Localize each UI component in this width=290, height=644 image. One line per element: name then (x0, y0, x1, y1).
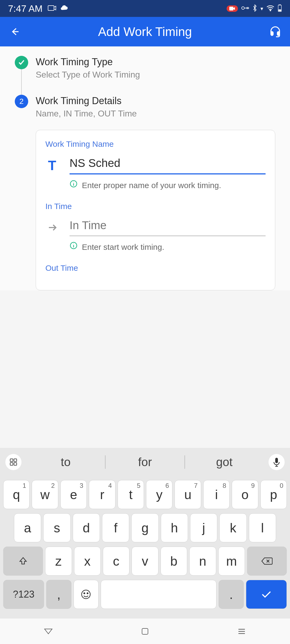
emoji-key[interactable] (74, 580, 99, 609)
key-k[interactable]: k (219, 513, 247, 542)
backspace-key[interactable] (247, 547, 287, 576)
step-2-title: Work Timing Details (36, 95, 137, 107)
support-button[interactable] (269, 25, 282, 38)
step-1[interactable]: Work Timing Type Select Type of Work Tim… (15, 56, 275, 95)
keyboard: to for got q1w2e3r4t5y6u7i8o9p0 asdfghjk… (0, 448, 290, 644)
svg-point-14 (82, 590, 90, 599)
suggestion-2[interactable]: for (106, 455, 184, 469)
key-r[interactable]: r4 (89, 480, 115, 509)
status-time: 7:47 AM (8, 3, 42, 14)
key-f[interactable]: f (102, 513, 129, 542)
status-bar: 7:47 AM ▾ (0, 0, 290, 17)
form-card: Work Timing Name T Enter proper name of … (36, 130, 275, 290)
key-u[interactable]: u7 (175, 480, 201, 509)
svg-rect-9 (10, 459, 13, 462)
key-z[interactable]: z (45, 547, 72, 576)
key-s[interactable]: s (43, 513, 70, 542)
key-d[interactable]: d (73, 513, 100, 542)
step-1-subtitle: Select Type of Work Timing (36, 70, 140, 80)
svg-point-16 (87, 593, 88, 594)
outtime-label: Out Time (45, 264, 266, 273)
vpn-icon (241, 6, 249, 12)
key-h[interactable]: h (161, 513, 188, 542)
camera-icon (48, 5, 56, 12)
svg-point-2 (242, 7, 244, 9)
suggestion-3[interactable]: got (185, 455, 264, 469)
step-1-title: Work Timing Type (36, 56, 140, 68)
comma-key[interactable]: , (46, 580, 71, 609)
key-i[interactable]: i8 (203, 480, 230, 509)
name-input[interactable] (70, 157, 266, 174)
name-label: Work Timing Name (45, 140, 266, 149)
suggestion-1[interactable]: to (26, 455, 105, 469)
keyboard-apps-button[interactable] (5, 454, 21, 470)
key-p[interactable]: p0 (260, 480, 287, 509)
svg-rect-0 (48, 6, 54, 10)
shift-key[interactable] (3, 547, 43, 576)
arrow-right-icon (45, 222, 59, 233)
step-connector (21, 69, 22, 95)
svg-rect-1 (229, 7, 233, 10)
app-bar: Add Work Timing (0, 17, 290, 46)
key-t[interactable]: t5 (118, 480, 144, 509)
space-key[interactable] (101, 580, 217, 609)
svg-point-15 (84, 593, 85, 594)
text-icon: T (45, 158, 59, 173)
key-n[interactable]: n (189, 547, 216, 576)
key-m[interactable]: m (218, 547, 245, 576)
info-icon (70, 241, 78, 250)
enter-key[interactable] (246, 580, 287, 609)
key-l[interactable]: l (249, 513, 276, 542)
key-v[interactable]: v (132, 547, 158, 576)
nav-bar (0, 619, 290, 644)
svg-rect-5 (279, 4, 281, 5)
key-w[interactable]: w2 (32, 480, 58, 509)
key-o[interactable]: o9 (232, 480, 258, 509)
wifi-icon (266, 5, 274, 12)
name-hint: Enter proper name of your work timing. (82, 180, 221, 191)
info-icon (70, 180, 78, 188)
key-g[interactable]: g (131, 513, 158, 542)
nav-recent-button[interactable] (234, 623, 250, 639)
symbols-key[interactable]: ?123 (3, 580, 44, 609)
svg-rect-17 (142, 628, 148, 634)
key-j[interactable]: j (190, 513, 217, 542)
key-a[interactable]: a (14, 513, 41, 542)
key-x[interactable]: x (74, 547, 101, 576)
svg-rect-10 (14, 459, 17, 462)
mic-button[interactable] (269, 454, 285, 470)
nav-home-button[interactable] (137, 623, 153, 639)
nav-back-button[interactable] (40, 623, 56, 639)
key-e[interactable]: e3 (60, 480, 87, 509)
bluetooth-icon (252, 4, 257, 13)
svg-point-3 (270, 10, 271, 11)
key-b[interactable]: b (161, 547, 187, 576)
signal-icon: ▾ (260, 5, 263, 12)
key-y[interactable]: y6 (146, 480, 172, 509)
step-2: 2 Work Timing Details Name, IN Time, OUT… (15, 95, 275, 119)
step-2-number: 2 (15, 95, 28, 108)
battery-icon (278, 4, 282, 13)
page-title: Add Work Timing (21, 24, 269, 39)
svg-rect-12 (14, 463, 17, 465)
back-button[interactable] (8, 25, 21, 38)
key-c[interactable]: c (103, 547, 129, 576)
step-1-check-icon (15, 56, 28, 69)
svg-rect-11 (10, 463, 13, 465)
step-2-subtitle: Name, IN Time, OUT Time (36, 109, 137, 119)
period-key[interactable]: . (219, 580, 244, 609)
svg-rect-13 (275, 458, 278, 463)
svg-rect-6 (279, 10, 281, 11)
intime-input[interactable] (70, 219, 266, 236)
intime-label: In Time (45, 202, 266, 211)
record-badge (227, 5, 238, 12)
key-q[interactable]: q1 (3, 480, 30, 509)
cloud-icon (60, 5, 68, 12)
intime-hint: Enter start work timing. (82, 241, 164, 253)
